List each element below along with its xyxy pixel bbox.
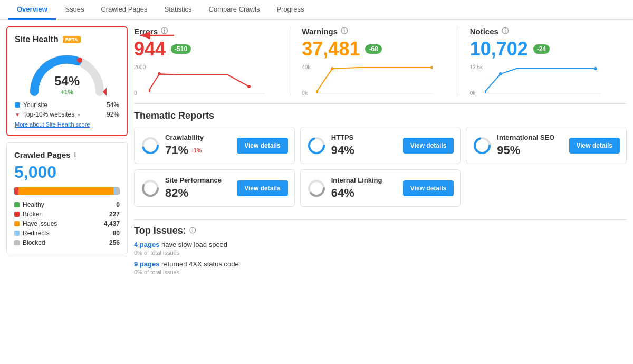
notices-value: 10,702 (470, 38, 528, 60)
blocked-count: 256 (109, 239, 120, 246)
svg-point-4 (149, 89, 150, 92)
top10-label: Top-10% websites (23, 111, 74, 118)
svg-point-6 (247, 85, 251, 88)
notices-chart: 12.5k 0k (470, 64, 616, 96)
svg-point-13 (499, 72, 502, 75)
notices-info-icon[interactable]: ⓘ (502, 26, 509, 36)
warnings-value: 37,481 (302, 38, 360, 60)
blocked-dot (14, 240, 20, 245)
intl-seo-pct: 95% (497, 143, 520, 157)
thematic-site-performance: Site Performance 82% View details (134, 169, 295, 207)
warnings-info-icon[interactable]: ⓘ (341, 26, 348, 36)
issue-2-highlight[interactable]: 9 pages (134, 260, 159, 268)
more-about-link[interactable]: More about Site Health score (15, 121, 119, 128)
site-perf-view-details[interactable]: View details (237, 180, 287, 196)
issue-2-text: returned 4XX status code (161, 260, 239, 268)
top-nav: Overview Issues Crawled Pages Statistics… (0, 0, 633, 20)
errors-delta: -510 (171, 44, 191, 54)
your-site-label: Your site (23, 101, 47, 109)
beta-badge: BETA (63, 36, 81, 43)
notices-label: Notices (470, 27, 498, 36)
crawled-info-icon[interactable]: ℹ (74, 151, 76, 159)
site-health-card: Site Health BETA (6, 26, 128, 136)
broken-count: 227 (109, 210, 120, 218)
tab-compare-crawls[interactable]: Compare Crawls (200, 0, 268, 20)
issue-1-sub: 0% of total issues (134, 250, 627, 256)
thematic-title: Thematic Reports (134, 110, 627, 121)
thematic-https: HTTPS 94% View details (300, 127, 461, 164)
svg-point-14 (594, 67, 597, 70)
internal-link-view-details[interactable]: View details (403, 180, 454, 196)
errors-value: 944 (134, 38, 166, 60)
healthy-dot (14, 202, 20, 207)
svg-point-9 (331, 67, 334, 70)
warnings-metric: Warnings ⓘ 37,481 -68 40k 0k (291, 26, 459, 96)
top-issues-section: Top Issues: ⓘ 4 pages have slow load spe… (134, 219, 627, 280)
https-pct: 94% (331, 143, 354, 157)
svg-point-10 (431, 66, 433, 69)
gauge-change: +1% (54, 89, 80, 96)
errors-info-icon[interactable]: ⓘ (161, 26, 168, 36)
top10-dropdown-icon: ▾ (78, 112, 80, 118)
issue-item-2: 9 pages returned 4XX status code 0% of t… (134, 260, 627, 275)
crawled-number: 5,000 (14, 162, 120, 182)
crawlability-view-details[interactable]: View details (237, 138, 287, 154)
https-view-details[interactable]: View details (403, 138, 454, 154)
internal-link-name: Internal Linking (331, 176, 382, 184)
issues-label: Have issues (23, 220, 57, 227)
https-name: HTTPS (331, 133, 354, 141)
crawlability-pct: 71% (165, 143, 188, 157)
errors-metric: Errors ⓘ 944 -510 2000 0 (134, 26, 291, 96)
gauge-percentage: 54% (54, 74, 80, 89)
healthy-count: 0 (116, 201, 120, 208)
your-site-dot (15, 102, 20, 108)
crawled-title: Crawled Pages (14, 150, 71, 159)
site-perf-pct: 82% (165, 186, 188, 200)
tab-overview[interactable]: Overview (8, 0, 56, 20)
crawlability-name: Crawlability (165, 133, 204, 141)
broken-label: Broken (23, 210, 43, 218)
crawled-progress-bar (14, 187, 120, 195)
metrics-row: Errors ⓘ 944 -510 2000 0 (134, 26, 627, 104)
issues-dot (14, 221, 20, 226)
issue-1-highlight[interactable]: 4 pages (134, 241, 159, 248)
thematic-intl-seo: International SEO 95% View details (466, 127, 627, 164)
top-issues-title: Top Issues: (134, 225, 186, 236)
tab-crawled-pages[interactable]: Crawled Pages (92, 0, 156, 20)
tab-statistics[interactable]: Statistics (156, 0, 200, 20)
warnings-delta: -68 (365, 44, 381, 54)
healthy-label: Healthy (23, 201, 44, 208)
notices-metric: Notices ⓘ 10,702 -24 12.5k 0k (459, 26, 627, 96)
internal-link-pct: 64% (331, 186, 354, 200)
svg-point-5 (158, 72, 161, 75)
top-issues-info-icon[interactable]: ⓘ (189, 226, 196, 235)
site-health-title: Site Health (15, 35, 59, 44)
crawlability-delta: -1% (191, 147, 202, 154)
thematic-crawlability: Crawlability 71% -1% View details (134, 127, 295, 164)
issue-2-sub: 0% of total issues (134, 269, 627, 275)
svg-point-2 (77, 58, 82, 63)
blocked-label: Blocked (23, 239, 45, 246)
warnings-chart: 40k 0k (302, 64, 448, 96)
tab-progress[interactable]: Progress (268, 0, 312, 20)
errors-label: Errors (134, 27, 158, 36)
redirects-label: Redirects (23, 229, 50, 237)
site-perf-name: Site Performance (165, 176, 222, 184)
crawled-pages-card: Crawled Pages ℹ 5,000 Healthy (6, 142, 128, 254)
intl-seo-name: International SEO (497, 133, 554, 141)
top10-arrow-icon: ▼ (15, 112, 20, 118)
thematic-reports-section: Thematic Reports Crawlability (134, 110, 627, 213)
issue-item-1: 4 pages have slow load speed 0% of total… (134, 241, 627, 256)
issues-count: 4,437 (104, 220, 120, 227)
top10-value: 92% (107, 111, 119, 118)
errors-chart: 2000 0 (134, 64, 280, 96)
redirects-count: 80 (113, 229, 120, 237)
thematic-internal-linking: Internal Linking 64% View details (300, 169, 461, 207)
warnings-label: Warnings (302, 27, 338, 36)
intl-seo-view-details[interactable]: View details (569, 138, 620, 154)
redirects-dot (14, 231, 20, 236)
tab-issues[interactable]: Issues (56, 0, 93, 20)
notices-delta: -24 (533, 44, 550, 54)
issue-1-text: have slow load speed (161, 241, 227, 248)
your-site-value: 54% (107, 101, 119, 109)
